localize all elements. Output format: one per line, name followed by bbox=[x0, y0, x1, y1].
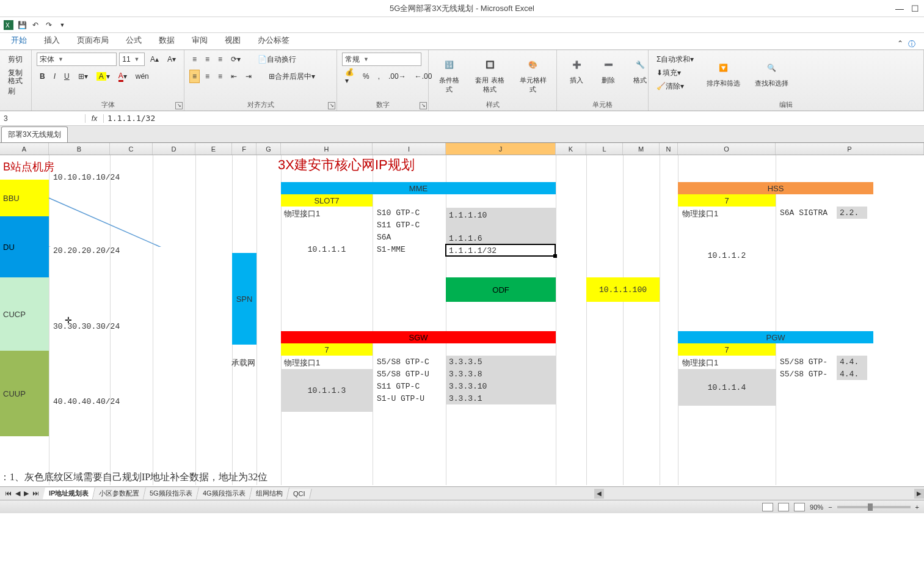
workbook-tab[interactable]: 部署3X无线规划 bbox=[1, 126, 68, 142]
view-normal-icon[interactable] bbox=[762, 503, 773, 511]
sheet-nav-next-icon[interactable]: ▶ bbox=[23, 489, 30, 497]
col-header-B[interactable]: B bbox=[49, 143, 110, 155]
excel-icon[interactable]: X bbox=[4, 20, 13, 30]
zoom-out-icon[interactable]: − bbox=[828, 503, 832, 511]
format-painter-button[interactable]: 格式刷 bbox=[5, 79, 26, 93]
underline-button[interactable]: U bbox=[61, 70, 73, 83]
font-dialog-launcher[interactable]: ↘ bbox=[175, 102, 183, 109]
align-right-icon[interactable]: ≡ bbox=[215, 70, 225, 83]
wrap-text-button[interactable]: 📄 自动换行 bbox=[255, 53, 299, 66]
sheet-nav-first-icon[interactable]: ⏮ bbox=[4, 489, 13, 497]
indent-decrease-icon[interactable]: ⇤ bbox=[228, 70, 240, 83]
col-header-N[interactable]: N bbox=[660, 143, 678, 155]
col-header-O[interactable]: O bbox=[678, 143, 776, 155]
insert-cells-button[interactable]: ➕插入 bbox=[562, 53, 591, 87]
col-header-D[interactable]: D bbox=[153, 143, 195, 155]
comma-format-icon[interactable]: , bbox=[375, 70, 383, 83]
align-center-icon[interactable]: ≡ bbox=[202, 70, 213, 83]
view-page-layout-icon[interactable] bbox=[778, 503, 789, 511]
font-size-dropdown[interactable]: 11▼ bbox=[119, 53, 145, 66]
phonetic-button[interactable]: wén bbox=[133, 70, 152, 83]
zoom-level[interactable]: 90% bbox=[810, 503, 823, 511]
col-header-A[interactable]: A bbox=[0, 143, 49, 155]
col-header-M[interactable]: M bbox=[623, 143, 660, 155]
col-header-E[interactable]: E bbox=[195, 143, 232, 155]
formula-input[interactable]: 1.1.1.1/32 bbox=[104, 114, 924, 123]
conditional-format-button[interactable]: 🔢条件格式 bbox=[434, 53, 465, 97]
scroll-right-icon[interactable]: ▶ bbox=[914, 489, 924, 499]
sheet-nav-prev-icon[interactable]: ◀ bbox=[14, 489, 21, 497]
col-header-C[interactable]: C bbox=[110, 143, 153, 155]
scroll-left-icon[interactable]: ◀ bbox=[594, 489, 604, 499]
worksheet-grid[interactable]: A B C D E F G H I J K L M N O P B站点机房 BB… bbox=[0, 143, 924, 486]
delete-cells-button[interactable]: ➖删除 bbox=[594, 53, 623, 87]
col-header-F[interactable]: F bbox=[232, 143, 256, 155]
autosum-button[interactable]: Σ 自动求和▾ bbox=[653, 53, 697, 66]
cell-j3-active[interactable]: 1.1.1.1/32 bbox=[446, 244, 556, 257]
cut-button[interactable]: 剪切 bbox=[5, 53, 26, 66]
zoom-slider[interactable] bbox=[837, 506, 911, 508]
col-header-G[interactable]: G bbox=[256, 143, 281, 155]
tab-home[interactable]: 开始 bbox=[2, 31, 35, 49]
tab-data[interactable]: 数据 bbox=[150, 31, 183, 49]
col-header-K[interactable]: K bbox=[556, 143, 586, 155]
indent-increase-icon[interactable]: ⇥ bbox=[242, 70, 255, 83]
fx-icon[interactable]: fx bbox=[85, 114, 104, 123]
grid-body[interactable]: B站点机房 BBU DU CUCP CUUP 10.10.10.10/24 20… bbox=[0, 155, 924, 485]
view-page-break-icon[interactable] bbox=[794, 503, 805, 511]
merge-center-button[interactable]: ⊞ 合并后居中▾ bbox=[266, 70, 318, 83]
align-top-icon[interactable]: ≡ bbox=[189, 53, 200, 66]
align-middle-icon[interactable]: ≡ bbox=[202, 53, 213, 66]
sheet-tab-5g[interactable]: 5G频段指示表 bbox=[144, 488, 199, 499]
horizontal-scrollbar[interactable]: ◀ ▶ bbox=[594, 489, 924, 499]
align-bottom-icon[interactable]: ≡ bbox=[215, 53, 225, 66]
zoom-in-icon[interactable]: + bbox=[915, 503, 919, 511]
sheet-tab-ip[interactable]: IP地址规划表 bbox=[43, 488, 95, 499]
align-left-icon[interactable]: ≡ bbox=[189, 70, 200, 83]
sheet-tab-qci[interactable]: QCI bbox=[287, 489, 311, 499]
col-header-J[interactable]: J bbox=[446, 143, 556, 155]
sheet-tab-cell-params[interactable]: 小区参数配置 bbox=[93, 488, 146, 499]
col-header-H[interactable]: H bbox=[281, 143, 373, 155]
cell-styles-button[interactable]: 🎨单元格样式 bbox=[514, 53, 551, 97]
scroll-track[interactable] bbox=[604, 489, 914, 499]
help-icon[interactable]: ⓘ bbox=[908, 39, 915, 49]
save-icon[interactable]: 💾 bbox=[17, 20, 27, 30]
fill-handle[interactable] bbox=[553, 254, 557, 258]
bold-button[interactable]: B bbox=[37, 70, 48, 83]
sort-filter-button[interactable]: 🔽排序和筛选 bbox=[702, 53, 745, 93]
tab-insert[interactable]: 插入 bbox=[35, 31, 68, 49]
sheet-tab-topology[interactable]: 组网结构 bbox=[250, 488, 289, 499]
maximize-button[interactable]: ☐ bbox=[911, 4, 919, 13]
percent-format-icon[interactable]: % bbox=[360, 70, 373, 83]
qat-dropdown-icon[interactable]: ▼ bbox=[57, 20, 67, 30]
zoom-thumb[interactable] bbox=[868, 503, 873, 511]
increase-decimal-icon[interactable]: .00→ bbox=[385, 70, 409, 83]
tab-office[interactable]: 办公标签 bbox=[249, 31, 298, 49]
number-dialog-launcher[interactable]: ↘ bbox=[420, 102, 427, 109]
col-header-P[interactable]: P bbox=[776, 143, 924, 155]
tab-formulas[interactable]: 公式 bbox=[117, 31, 150, 49]
tab-review[interactable]: 审阅 bbox=[183, 31, 216, 49]
orientation-icon[interactable]: ⟳▾ bbox=[228, 53, 244, 66]
align-dialog-launcher[interactable]: ↘ bbox=[328, 102, 335, 109]
accounting-format-icon[interactable]: 💰▾ bbox=[342, 70, 357, 83]
font-color-button[interactable]: A▾ bbox=[115, 70, 130, 83]
name-box[interactable]: 3 bbox=[0, 114, 85, 123]
col-header-L[interactable]: L bbox=[586, 143, 623, 155]
sheet-nav-last-icon[interactable]: ⏭ bbox=[31, 489, 40, 497]
border-button[interactable]: ⊞▾ bbox=[75, 70, 91, 83]
number-format-dropdown[interactable]: 常规▼ bbox=[342, 53, 421, 66]
find-select-button[interactable]: 🔍查找和选择 bbox=[750, 53, 793, 93]
format-as-table-button[interactable]: 🔲套用 表格格式 bbox=[468, 53, 512, 97]
clear-button[interactable]: 🧹 清除▾ bbox=[653, 79, 687, 93]
font-name-dropdown[interactable]: 宋体▼ bbox=[37, 53, 117, 66]
redo-icon[interactable]: ↷ bbox=[44, 20, 54, 30]
sheet-tab-4g[interactable]: 4G频段指示表 bbox=[197, 488, 252, 499]
fill-color-button[interactable]: A▾ bbox=[93, 70, 113, 83]
undo-icon[interactable]: ↶ bbox=[31, 20, 40, 30]
fill-button[interactable]: ⬇ 填充▾ bbox=[653, 66, 684, 79]
tab-pagelayout[interactable]: 页面布局 bbox=[68, 31, 117, 49]
col-header-I[interactable]: I bbox=[373, 143, 446, 155]
decrease-font-icon[interactable]: A▾ bbox=[164, 53, 179, 66]
